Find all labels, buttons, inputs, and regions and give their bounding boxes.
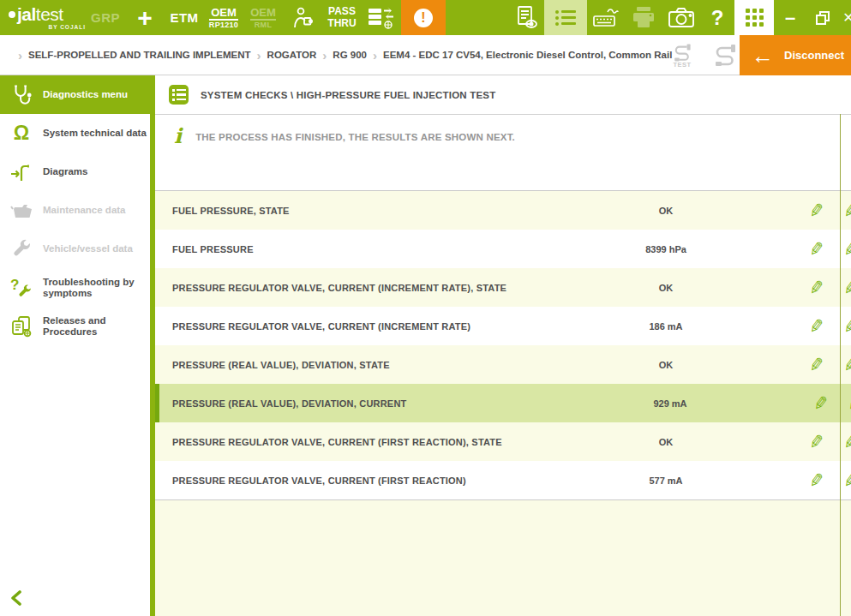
sidebar-item-label: Diagrams	[43, 166, 150, 177]
jaltest-logo[interactable]: jal test BY COJALI	[0, 0, 86, 35]
edit-pencil-icon-clipped[interactable]: ✎	[842, 430, 851, 452]
help-button[interactable]: ?	[700, 0, 734, 35]
result-value: 577 mA	[580, 475, 752, 486]
edit-pencil-icon-clipped[interactable]: ✎	[842, 199, 851, 221]
edit-pencil-icon-clipped[interactable]: ✎	[842, 276, 851, 298]
edit-pencil-icon[interactable]: ✎	[812, 392, 830, 414]
edit-pencil-icon-clipped[interactable]: ✎	[846, 392, 851, 414]
disconnect-button[interactable]: ← Disconnect	[740, 35, 851, 75]
breadcrumb-separator-icon: ›	[373, 49, 377, 62]
breadcrumb-item[interactable]: ROGATOR	[267, 50, 317, 60]
edit-pencil-icon[interactable]: ✎	[807, 353, 825, 375]
grid-icon	[746, 9, 764, 27]
edit-pencil-icon[interactable]: ✎	[807, 314, 825, 337]
logo-byline: BY COJALI	[48, 24, 86, 30]
omega-icon: Ω	[10, 123, 33, 143]
etm-button[interactable]: ETM	[165, 0, 204, 35]
documents-icon	[10, 315, 33, 338]
info-icon: i	[174, 127, 182, 190]
technician-puzzle-icon[interactable]	[283, 0, 322, 35]
edit-pencil-icon[interactable]: ✎	[807, 199, 825, 221]
stethoscope-icon	[10, 84, 33, 106]
result-row[interactable]: PRESSURE REGULATOR VALVE, CURRENT (FIRST…	[155, 461, 851, 499]
result-label: PRESSURE REGULATOR VALVE, CURRENT (INCRE…	[172, 283, 506, 293]
close-button[interactable]: ✕	[839, 0, 851, 35]
plus-icon: +	[137, 8, 153, 28]
content-right-divider	[840, 114, 841, 616]
restore-window-button[interactable]	[806, 0, 839, 35]
edit-pencil-icon-clipped[interactable]: ✎	[842, 353, 851, 375]
result-label: PRESSURE REGULATOR VALVE, CURRENT (FIRST…	[172, 437, 502, 447]
result-row[interactable]: PRESSURE (REAL VALUE), DEVIATION, CURREN…	[155, 384, 851, 422]
screenshot-camera-button[interactable]	[662, 0, 700, 35]
sidebar-item-releases-and-procedures[interactable]: Releases and Procedures	[0, 307, 150, 345]
ecu-data-icon[interactable]	[362, 0, 401, 35]
close-icon: ✕	[842, 9, 851, 26]
result-label: FUEL PRESSURE	[172, 244, 254, 254]
page-title: SYSTEM CHECKS \ HIGH-PRESSURE FUEL INJEC…	[201, 90, 495, 100]
breadcrumb-item[interactable]: EEM4 - EDC 17 CV54, Electronic Diesel Co…	[383, 50, 672, 60]
minimize-button[interactable]: –	[774, 0, 806, 35]
result-label: PRESSURE REGULATOR VALVE, CURRENT (INCRE…	[172, 321, 470, 332]
breadcrumb-separator-icon: ›	[322, 49, 327, 62]
apps-grid-button[interactable]	[734, 0, 774, 35]
result-value: 8399 hPa	[580, 244, 752, 254]
edit-pencil-icon[interactable]: ✎	[807, 237, 825, 260]
result-label: FUEL PRESSURE, STATE	[172, 206, 290, 216]
main-content: SYSTEM CHECKS \ HIGH-PRESSURE FUEL INJEC…	[155, 75, 851, 616]
sidebar-menu: Diagnostics menuΩSystem technical dataDi…	[0, 75, 150, 345]
oem-rp1210-button[interactable]: OEM RP1210	[204, 0, 243, 35]
logo-dot-icon	[9, 11, 15, 18]
collapse-sidebar-button[interactable]	[10, 590, 22, 606]
pass-thru-button[interactable]: PASS THRU	[322, 0, 362, 35]
svg-text:?: ?	[10, 277, 19, 293]
question-wrench-icon: ?	[10, 277, 33, 299]
breadcrumb-item[interactable]: SELF-PROPELLED AND TRAILING IMPLEMENT	[28, 50, 251, 60]
result-row[interactable]: PRESSURE (REAL VALUE), DEVIATION, STATEO…	[155, 345, 851, 384]
result-value: OK	[580, 437, 752, 447]
sidebar-item-vehicle-vessel-data: Vehicle/vessel data	[0, 230, 150, 268]
top-toolbar: jal test BY COJALI GRP + ETM OEM RP1210 …	[0, 0, 851, 35]
back-arrow-icon: ←	[752, 45, 774, 67]
result-label: PRESSURE REGULATOR VALVE, CURRENT (FIRST…	[172, 475, 466, 486]
edit-pencil-icon-clipped[interactable]: ✎	[842, 469, 851, 491]
sidebar-item-system-technical-data[interactable]: ΩSystem technical data	[0, 114, 150, 153]
system-checks-list-button[interactable]	[544, 0, 587, 35]
result-value: 929 mA	[584, 398, 756, 409]
measurement-keyboard-button[interactable]	[587, 0, 625, 35]
sidebar-item-label: Diagnostics menu	[43, 89, 150, 100]
warning-alert-button[interactable]: !	[401, 0, 446, 35]
breadcrumb-separator-icon: ›	[257, 49, 261, 62]
content-header: SYSTEM CHECKS \ HIGH-PRESSURE FUEL INJEC…	[155, 75, 851, 114]
add-vehicle-button[interactable]: +	[125, 0, 165, 35]
result-value: OK	[580, 206, 752, 216]
edit-pencil-icon[interactable]: ✎	[807, 430, 825, 452]
results-list: FUEL PRESSURE, STATEOK✎✎FUEL PRESSURE839…	[155, 190, 851, 499]
sidebar-item-diagrams[interactable]: Diagrams	[0, 153, 150, 191]
info-section: i THE PROCESS HAS FINISHED, THE RESULTS …	[155, 114, 851, 190]
result-row[interactable]: FUEL PRESSURE8399 hPa✎✎	[155, 230, 851, 268]
result-label: PRESSURE (REAL VALUE), DEVIATION, CURREN…	[172, 398, 406, 409]
breadcrumb-item[interactable]: RG 900	[333, 50, 367, 60]
sidebar-item-diagnostics-menu[interactable]: Diagnostics menu	[0, 75, 155, 114]
result-row[interactable]: FUEL PRESSURE, STATEOK✎✎	[155, 191, 851, 230]
wrench-icon	[10, 239, 33, 260]
edit-pencil-icon-clipped[interactable]: ✎	[842, 314, 851, 337]
connection-status-icons: TEST	[668, 35, 741, 75]
result-row[interactable]: PRESSURE REGULATOR VALVE, CURRENT (INCRE…	[155, 307, 851, 345]
edit-pencil-icon[interactable]: ✎	[807, 469, 825, 491]
breadcrumb-separator-icon: ›	[18, 49, 22, 62]
system-checks-icon	[169, 85, 189, 105]
question-mark-icon: ?	[711, 6, 724, 30]
result-row[interactable]: PRESSURE REGULATOR VALVE, CURRENT (INCRE…	[155, 268, 851, 307]
report-preview-button[interactable]	[510, 0, 544, 35]
test-cable-button: TEST	[668, 42, 697, 69]
edit-pencil-icon[interactable]: ✎	[807, 276, 825, 298]
sidebar: Diagnostics menuΩSystem technical dataDi…	[0, 75, 155, 616]
edit-pencil-icon-clipped[interactable]: ✎	[842, 237, 851, 260]
sidebar-item-troubleshooting-by-symptoms[interactable]: ?Troubleshooting by symptoms	[0, 268, 150, 307]
print-button	[625, 0, 662, 35]
logo-text-light: test	[36, 5, 63, 23]
result-row[interactable]: PRESSURE REGULATOR VALVE, CURRENT (FIRST…	[155, 422, 851, 461]
sidebar-item-label: System technical data	[43, 128, 150, 139]
